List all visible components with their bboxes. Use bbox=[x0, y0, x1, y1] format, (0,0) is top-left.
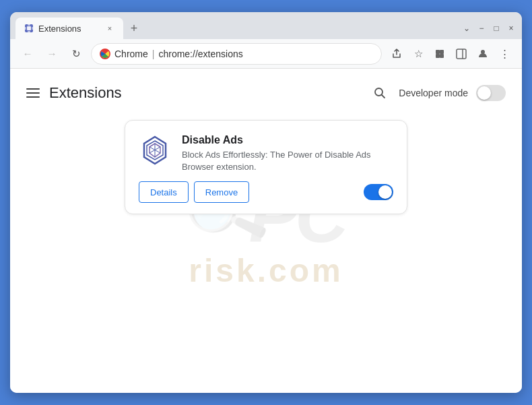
svg-rect-6 bbox=[436, 54, 440, 58]
address-bar[interactable]: Chrome | chrome://extensions bbox=[91, 43, 382, 65]
developer-mode-label: Developer mode bbox=[399, 88, 468, 98]
window-controls: ⌄ − □ × bbox=[461, 23, 517, 39]
puzzle-icon bbox=[434, 49, 445, 59]
active-tab[interactable]: Extensions × bbox=[15, 18, 123, 39]
watermark-bottom-text: risk.com bbox=[189, 252, 343, 289]
extension-info: Disable Ads Block Ads Effortlessly: The … bbox=[182, 134, 393, 173]
reload-button[interactable]: ↻ bbox=[67, 44, 86, 63]
address-text: Chrome | chrome://extensions bbox=[114, 49, 243, 59]
hamburger-menu-button[interactable] bbox=[26, 88, 40, 98]
page-content: 🔍 PC risk.com Extensions bbox=[10, 69, 522, 393]
search-button[interactable] bbox=[369, 82, 391, 104]
toggle-knob bbox=[477, 86, 491, 100]
extension-card-top: Disable Ads Block Ads Effortlessly: The … bbox=[139, 134, 393, 173]
extension-card-bottom: Details Remove bbox=[139, 181, 393, 203]
back-button[interactable]: ← bbox=[18, 44, 37, 63]
share-button[interactable] bbox=[387, 44, 406, 63]
forward-button[interactable]: → bbox=[42, 44, 61, 63]
chevron-down-icon[interactable]: ⌄ bbox=[461, 23, 472, 34]
extension-card: Disable Ads Block Ads Effortlessly: The … bbox=[125, 120, 407, 214]
svg-rect-8 bbox=[457, 49, 466, 59]
search-icon bbox=[374, 87, 386, 99]
title-bar: Extensions × + ⌄ − □ × bbox=[10, 12, 522, 39]
browser-window: Extensions × + ⌄ − □ × ← → ↻ bbox=[10, 12, 522, 393]
svg-line-12 bbox=[382, 95, 385, 98]
minimize-button[interactable]: − bbox=[476, 23, 487, 34]
address-brand: Chrome bbox=[114, 49, 148, 59]
remove-button[interactable]: Remove bbox=[194, 181, 249, 203]
tab-favicon-icon bbox=[24, 23, 34, 34]
extensions-button[interactable] bbox=[430, 44, 449, 63]
tab-strip: Extensions × + bbox=[15, 18, 461, 39]
close-button[interactable]: × bbox=[506, 23, 517, 34]
extension-toggle[interactable] bbox=[364, 184, 393, 200]
chrome-logo-icon bbox=[100, 49, 110, 59]
profile-icon bbox=[477, 49, 488, 59]
svg-rect-5 bbox=[440, 50, 444, 54]
profile-button[interactable] bbox=[473, 44, 492, 63]
svg-rect-7 bbox=[440, 54, 444, 58]
toolbar: ← → ↻ Chrome | chrome://extensions bbox=[10, 39, 522, 69]
extensions-header: Extensions Developer mode bbox=[26, 82, 506, 104]
tab-close-button[interactable]: × bbox=[104, 23, 115, 34]
tab-title: Extensions bbox=[38, 24, 100, 34]
svg-rect-1 bbox=[27, 26, 31, 30]
extensions-title-group: Extensions bbox=[26, 84, 122, 102]
share-icon bbox=[391, 49, 402, 59]
maximize-button[interactable]: □ bbox=[491, 23, 502, 34]
sidebar-button[interactable] bbox=[452, 44, 471, 63]
menu-button[interactable]: ⋮ bbox=[495, 44, 514, 63]
svg-rect-4 bbox=[436, 50, 440, 54]
developer-mode-toggle[interactable] bbox=[476, 85, 506, 101]
extension-description: Block Ads Effortlessly: The Power of Dis… bbox=[182, 149, 393, 173]
page-title: Extensions bbox=[49, 84, 122, 102]
new-tab-button[interactable]: + bbox=[125, 19, 143, 38]
extensions-page: Extensions Developer mode bbox=[10, 69, 522, 228]
toolbar-actions: ☆ ⋮ bbox=[387, 44, 514, 63]
extension-name: Disable Ads bbox=[182, 134, 393, 146]
svg-point-11 bbox=[375, 88, 383, 96]
details-button[interactable]: Details bbox=[139, 181, 189, 203]
address-path: chrome://extensions bbox=[158, 49, 242, 59]
bookmark-button[interactable]: ☆ bbox=[409, 44, 428, 63]
disable-ads-extension-icon bbox=[139, 134, 171, 166]
extension-toggle-knob bbox=[378, 185, 392, 199]
header-right: Developer mode bbox=[369, 82, 506, 104]
sidebar-icon bbox=[456, 49, 467, 59]
